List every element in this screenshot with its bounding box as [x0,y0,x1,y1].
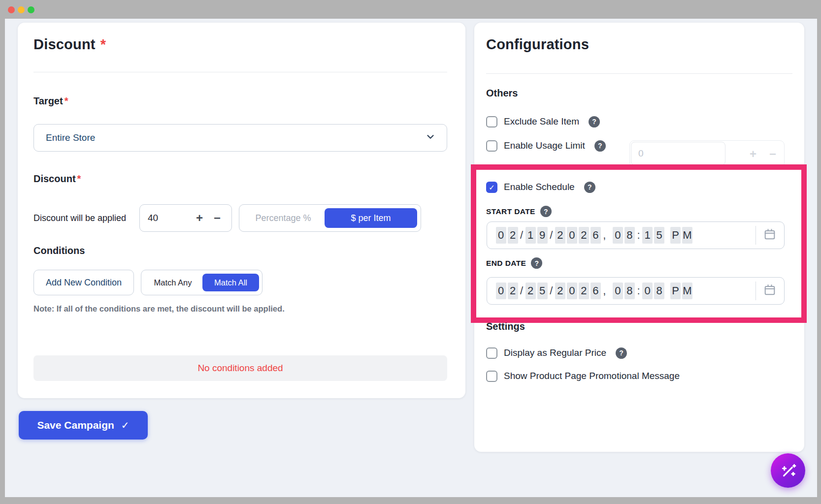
decrement-icon[interactable]: − [769,147,776,161]
promo-message-checkbox[interactable]: ✓ [486,371,497,382]
check-icon: ✓ [121,419,130,431]
chevron-down-icon [425,131,436,144]
conditions-label: Conditions [33,245,85,256]
discount-card-title: Discount* [33,36,106,53]
discount-amount-label-text: Discount [33,173,76,184]
conditions-note: Note: If all of the conditions are met, … [33,304,285,314]
enable-usage-limit-label: Enable Usage Limit [504,140,585,151]
help-icon[interactable]: ? [540,206,552,217]
match-all-option[interactable]: Match All [202,274,259,291]
display-regular-price-label: Display as Regular Price [504,347,606,358]
help-icon[interactable]: ? [584,182,595,193]
end-date-input[interactable]: 02/25/2026,08:08PM [487,277,785,305]
magic-wand-icon [779,461,797,480]
page-background: Discount* Target* Entire Store Discount*… [5,19,817,497]
promo-message-label: Show Product Page Promotional Message [504,371,680,381]
input-divider [755,282,756,300]
usage-limit-control: + − [629,140,785,168]
start-date-value: 02/19/2026,08:15PM [495,227,693,244]
required-asterisk: * [65,95,68,106]
discount-amount-label: Discount* [33,173,81,185]
window-titlebar [0,0,821,19]
discount-type-toggle: Percentage % $ per Item [239,204,421,232]
settings-section-label: Settings [486,321,525,332]
exclude-sale-item-row: ✓ Exclude Sale Item ? [486,110,600,133]
exclude-sale-item-checkbox[interactable]: ✓ [486,116,497,127]
help-icon[interactable]: ? [589,116,600,127]
match-any-option[interactable]: Match Any [141,270,204,295]
match-toggle: Match Any Match All [141,270,263,295]
discount-applied-label: Discount will be applied [33,213,126,223]
target-select-value: Entire Store [46,132,95,143]
configurations-card: Configurations Others ✓ Exclude Sale Ite… [474,23,804,452]
magic-wand-fab[interactable] [771,453,805,488]
display-regular-price-checkbox[interactable]: ✓ [486,347,497,359]
discount-card: Discount* Target* Entire Store Discount*… [18,23,465,398]
promo-message-row: ✓ Show Product Page Promotional Message [486,364,680,388]
enable-usage-limit-row: ✓ Enable Usage Limit ? [486,134,606,158]
required-asterisk: * [100,36,106,52]
check-icon: ✓ [489,184,495,191]
title-divider [33,72,447,72]
increment-icon[interactable]: + [750,147,756,161]
end-date-value: 02/25/2026,08:08PM [495,283,693,299]
discount-title-text: Discount [33,36,96,52]
calendar-icon[interactable] [763,283,777,299]
start-date-input[interactable]: 02/19/2026,08:15PM [487,221,785,249]
display-regular-price-row: ✓ Display as Regular Price ? [486,341,627,365]
help-icon[interactable]: ? [616,347,627,359]
start-date-label-row: START DATE ? [486,206,552,217]
zoom-window-icon[interactable] [28,6,34,13]
save-campaign-button[interactable]: Save Campaign ✓ [19,411,148,440]
configurations-title: Configurations [486,36,589,53]
title-divider [486,73,792,74]
help-icon[interactable]: ? [531,257,542,269]
target-label: Target* [33,95,68,107]
target-select[interactable]: Entire Store [33,124,447,152]
others-section-label: Others [486,88,518,99]
enable-schedule-row: ✓ Enable Schedule ? [486,175,595,199]
target-label-text: Target [33,95,63,106]
no-conditions-box: No conditions added [33,355,447,381]
discount-amount-value: 40 [148,213,158,223]
input-divider [755,226,756,245]
save-campaign-label: Save Campaign [37,419,114,431]
calendar-icon[interactable] [763,227,777,243]
discount-type-percentage[interactable]: Percentage % [239,205,327,231]
close-window-icon[interactable] [8,6,15,13]
help-icon[interactable]: ? [594,140,606,152]
enable-usage-limit-checkbox[interactable]: ✓ [486,140,497,152]
conditions-row: Add New Condition Match Any Match All [18,270,465,295]
end-date-label: END DATE [486,259,526,268]
usage-limit-input[interactable] [631,142,725,165]
minimize-window-icon[interactable] [18,6,25,13]
discount-amount-row: Discount will be applied 40 + − Percenta… [18,204,465,232]
required-asterisk: * [77,173,81,184]
exclude-sale-item-label: Exclude Sale Item [504,116,579,127]
end-date-label-row: END DATE ? [486,257,542,269]
increment-icon[interactable]: + [196,212,203,224]
add-condition-button[interactable]: Add New Condition [33,270,134,295]
enable-schedule-checkbox[interactable]: ✓ [486,182,497,193]
decrement-icon[interactable]: − [214,212,221,224]
start-date-label: START DATE [486,207,535,216]
no-conditions-message: No conditions added [197,363,283,374]
enable-schedule-label: Enable Schedule [504,182,575,192]
discount-amount-input[interactable]: 40 + − [139,204,232,232]
discount-type-per-item[interactable]: $ per Item [325,208,417,228]
